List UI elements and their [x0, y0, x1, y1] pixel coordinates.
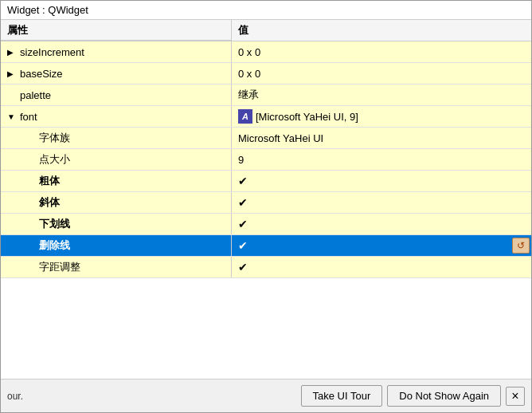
val-sizeIncrement: 0 x 0 [232, 41, 531, 62]
checkmark-icon: ✔ [238, 239, 248, 252]
close-button[interactable]: × [506, 387, 525, 406]
val-font-kerning: ✔ [232, 257, 531, 277]
prop-label: 点大小 [39, 152, 225, 167]
val-font-bold: ✔ [232, 171, 531, 191]
val-font-strikeout: ✔ ↺ [232, 235, 531, 256]
table-row[interactable]: 点大小 9 [1, 149, 531, 171]
val-font-underline: ✔ [232, 214, 531, 234]
table-row[interactable]: sizeIncrement 0 x 0 [1, 41, 531, 63]
prop-label: 粗体 [39, 174, 225, 188]
title-bar: Widget : QWidget [1, 1, 531, 20]
tour-text: our. [7, 391, 296, 402]
val-font-size: 9 [232, 149, 531, 170]
undo-button[interactable]: ↺ [512, 238, 530, 254]
prop-font-strikeout: 删除线 [1, 235, 232, 256]
prop-font-family: 字体族 [1, 128, 232, 148]
prop-palette: palette [1, 85, 232, 105]
window-title: Widget : QWidget [7, 4, 88, 16]
val-palette: 继承 [232, 85, 531, 105]
prop-label: sizeIncrement [20, 46, 225, 58]
expand-icon[interactable] [7, 48, 20, 57]
prop-font-kerning: 字距调整 [1, 257, 232, 277]
bottom-bar: our. Take UI Tour Do Not Show Again × [1, 379, 531, 412]
table-body: sizeIncrement 0 x 0 baseSize 0 x 0 [1, 41, 531, 379]
checkmark-icon: ✔ [238, 261, 248, 273]
header-property: 属性 [1, 20, 232, 41]
table-row[interactable]: 斜体 ✔ [1, 192, 531, 214]
prop-label: 删除线 [39, 238, 225, 253]
font-icon: A [238, 109, 252, 124]
prop-font-underline: 下划线 [1, 214, 232, 234]
table-row[interactable]: 字体族 Microsoft YaHei UI [1, 128, 531, 149]
prop-label: 斜体 [39, 195, 225, 210]
table-header: 属性 值 [1, 20, 531, 41]
table-row[interactable]: 字距调整 ✔ [1, 257, 531, 278]
prop-sizeIncrement: sizeIncrement [1, 41, 232, 62]
val-font: A [Microsoft YaHei UI, 9] [232, 106, 531, 127]
table-row[interactable]: palette 继承 [1, 85, 531, 106]
prop-label: 字体族 [39, 131, 225, 145]
checkmark-icon: ✔ [238, 196, 248, 209]
prop-font: font [1, 106, 232, 127]
table-row[interactable]: baseSize 0 x 0 [1, 63, 531, 85]
table-row[interactable]: font A [Microsoft YaHei UI, 9] [1, 106, 531, 128]
prop-label: 字距调整 [39, 260, 225, 274]
prop-label: palette [20, 89, 225, 101]
table-row[interactable]: 下划线 ✔ [1, 214, 531, 235]
table-row[interactable]: 粗体 ✔ [1, 171, 531, 192]
property-table: 属性 值 sizeIncrement 0 x 0 baseSize [1, 20, 531, 379]
prop-font-bold: 粗体 [1, 171, 232, 191]
val-baseSize: 0 x 0 [232, 63, 531, 84]
prop-font-italic: 斜体 [1, 192, 232, 213]
take-tour-button[interactable]: Take UI Tour [301, 385, 383, 407]
checkmark-icon: ✔ [238, 175, 248, 187]
table-row[interactable]: 删除线 ✔ ↺ [1, 235, 531, 257]
prop-label: font [20, 111, 225, 123]
val-font-italic: ✔ [232, 192, 531, 213]
expand-icon[interactable] [7, 69, 20, 78]
prop-baseSize: baseSize [1, 63, 232, 84]
prop-label: 下划线 [39, 217, 225, 231]
val-font-family: Microsoft YaHei UI [232, 128, 531, 148]
expand-icon[interactable] [7, 112, 20, 121]
main-window: Widget : QWidget 属性 值 sizeIncrement 0 x … [0, 0, 532, 413]
header-value: 值 [232, 20, 531, 41]
checkmark-icon: ✔ [238, 218, 248, 230]
do-not-show-button[interactable]: Do Not Show Again [387, 385, 501, 407]
prop-font-size: 点大小 [1, 149, 232, 170]
prop-label: baseSize [20, 68, 225, 80]
